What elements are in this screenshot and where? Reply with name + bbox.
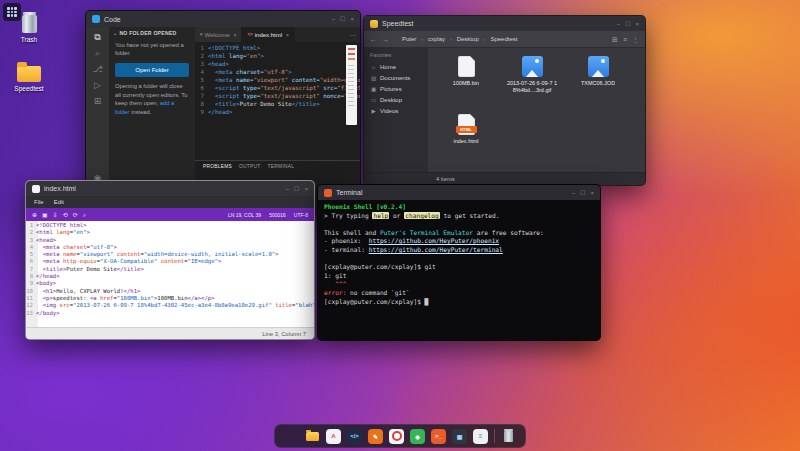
minimize-button[interactable]: – <box>617 21 620 27</box>
new-file-icon[interactable]: ⊕ <box>32 212 37 218</box>
dock-item-draw[interactable]: ✎ <box>368 429 383 444</box>
close-button[interactable]: × <box>590 190 594 196</box>
window-title: Code <box>104 16 121 23</box>
forward-icon[interactable]: → <box>382 36 389 43</box>
file-item[interactable]: 2013-07-26 6-09-7 18%4bd....3rd.gif <box>500 56 564 112</box>
redo-icon[interactable]: ⟳ <box>73 212 78 218</box>
trash-icon <box>22 15 37 33</box>
menu-edit[interactable]: Edit <box>50 199 68 205</box>
files-icon[interactable]: ⧉ <box>94 33 100 42</box>
file-grid: 100MB.bin2013-07-26 6-09-7 18%4bd....3rd… <box>428 48 645 172</box>
explorer-section-header[interactable]: ⌄ NO FOLDER OPENED <box>109 27 195 39</box>
code-line: 1<!DOCTYPE html> <box>26 222 314 229</box>
code-line: 1: git <box>324 272 594 281</box>
token: "en" <box>246 53 260 59</box>
dock-item-calculator[interactable]: ▦ <box>452 429 467 444</box>
code-line: ^^^ <box>324 280 594 289</box>
file-item[interactable]: TXMC06.JOD <box>566 56 630 112</box>
dock-item-app-center[interactable]: A <box>326 429 341 444</box>
file-item[interactable]: 100MB.bin <box>434 56 498 112</box>
more-actions-icon[interactable]: ⋯ <box>350 27 360 42</box>
maximize-button[interactable]: ☐ <box>294 186 299 192</box>
back-icon[interactable]: ← <box>370 36 377 43</box>
html-file-icon: HTML <box>458 114 475 135</box>
panel-tab-terminal[interactable]: TERMINAL <box>268 164 295 169</box>
close-icon[interactable]: × <box>234 32 237 38</box>
code-area[interactable]: 1<!DOCTYPE html>2<html lang="en">3<head>… <box>26 221 314 327</box>
maximize-button[interactable]: ☐ <box>625 21 630 27</box>
token: </head> <box>208 109 232 115</box>
close-icon[interactable]: × <box>286 32 289 38</box>
sidebar-item-pictures[interactable]: ▣Pictures <box>364 83 428 94</box>
menu-file[interactable]: File <box>30 199 48 205</box>
token: </title> <box>117 266 144 272</box>
token: </body> <box>36 310 60 316</box>
source-control-icon[interactable]: ⎇ <box>92 65 102 74</box>
sidebar-item-label: Videos <box>380 108 398 114</box>
extensions-icon[interactable]: ⊞ <box>94 97 102 106</box>
close-button[interactable]: × <box>635 21 639 27</box>
code-line: 6 <script type="text/javascript" src="f1… <box>195 84 360 92</box>
sort-icon[interactable]: ≡ <box>623 36 627 43</box>
close-button[interactable]: × <box>350 16 354 22</box>
minimize-button[interactable]: – <box>332 16 335 22</box>
nav-buttons: ←→ <box>370 36 389 43</box>
sidebar-item-desktop[interactable]: ▭Desktop <box>364 94 428 105</box>
dock-item-files[interactable] <box>305 429 320 444</box>
more-options-icon[interactable]: ⋮ <box>632 36 639 43</box>
dock-item-target[interactable] <box>389 429 404 444</box>
maximize-button[interactable]: ☐ <box>580 190 585 196</box>
open-folder-button[interactable]: Open Folder <box>115 63 189 78</box>
save-icon[interactable]: ⇩ <box>53 212 58 218</box>
file-item[interactable]: HTMLindex.html <box>434 114 498 170</box>
minimize-button[interactable]: – <box>286 186 289 192</box>
search-icon[interactable]: ⌕ <box>95 49 100 58</box>
sidebar-item-home[interactable]: ⌂Home <box>364 61 428 72</box>
dock-item-notes[interactable]: ≡ <box>473 429 488 444</box>
sidebar-item-documents[interactable]: ▤Documents <box>364 72 428 83</box>
dock-item-launcher[interactable] <box>284 429 299 444</box>
breadcrumb-item[interactable]: Puter <box>401 36 417 42</box>
close-button[interactable]: × <box>304 186 308 192</box>
code-line: 8</head> <box>26 273 314 280</box>
breadcrumb-item[interactable]: Speedtest <box>489 36 518 42</box>
run-debug-icon[interactable]: ▷ <box>94 81 101 90</box>
dock-item-dev[interactable]: ◈ <box>410 429 425 444</box>
cursor-position: Line 3, Column 7 <box>262 331 306 337</box>
code-editor[interactable]: 1<!DOCTYPE html>2<html lang="en">3<head>… <box>195 42 360 160</box>
token: <meta <box>208 69 236 75</box>
dock-separator <box>494 429 495 443</box>
sidebar-item-videos[interactable]: ▶Videos <box>364 105 428 116</box>
tab-welcome[interactable]: ≡Welcome× <box>195 27 242 42</box>
code-line: 3<head> <box>26 237 314 244</box>
panel-tab-output[interactable]: OUTPUT <box>239 164 261 169</box>
breadcrumb-item[interactable]: Desktop <box>456 36 480 42</box>
filemanager-titlebar[interactable]: Speedtest –☐× <box>364 16 645 31</box>
token: > <box>113 244 116 250</box>
open-file-icon[interactable]: ▣ <box>42 212 48 218</box>
token: <title> <box>36 266 66 272</box>
panel-tab-problems[interactable]: PROBLEMS <box>203 164 232 169</box>
terminal-titlebar[interactable]: Terminal –☐× <box>318 185 600 200</box>
code-line: Phoenix Shell [v0.2.4] <box>324 203 594 212</box>
tab-index-html[interactable]: <>index.html× <box>242 27 295 42</box>
view-grid-icon[interactable]: ⊞ <box>612 36 618 43</box>
breadcrumb-item[interactable]: cxplay <box>427 36 446 42</box>
minimap[interactable] <box>346 45 357 125</box>
terminal-output[interactable]: Phoenix Shell [v0.2.4]> Try typing help … <box>318 200 600 340</box>
desktop-icons: TrashSpeedtest <box>5 15 53 92</box>
desktop-icon-speedtest[interactable]: Speedtest <box>5 61 53 92</box>
undo-icon[interactable]: ⟲ <box>63 212 68 218</box>
dock-item-trash[interactable] <box>501 429 516 444</box>
token: █ <box>425 298 429 305</box>
dock-item-code[interactable]: </> <box>347 429 362 444</box>
search-icon[interactable]: ⌕ <box>83 212 86 218</box>
vscode-titlebar[interactable]: Code –☐× <box>86 11 360 27</box>
dock-item-terminal[interactable]: >_ <box>431 429 446 444</box>
token: This shell and <box>324 229 380 236</box>
minimize-button[interactable]: – <box>572 190 575 196</box>
start-button[interactable] <box>3 3 21 21</box>
empty-message: You have not yet opened a folder. <box>115 41 189 58</box>
maximize-button[interactable]: ☐ <box>340 16 345 22</box>
editor-titlebar[interactable]: index.html –☐× <box>26 181 314 196</box>
